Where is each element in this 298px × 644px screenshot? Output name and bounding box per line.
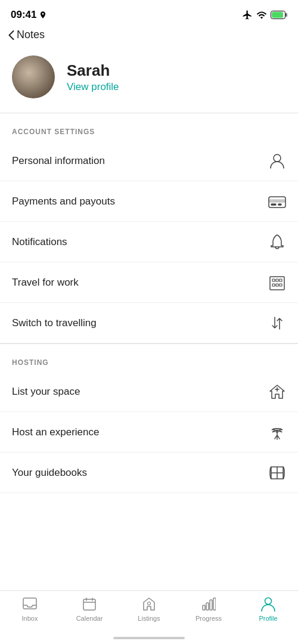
nav-item-calendar[interactable]: Calendar [60,596,119,622]
svg-point-29 [265,598,272,605]
home-indicator [113,637,185,639]
bottom-nav: Inbox Calendar Listings [0,590,298,644]
svg-rect-12 [272,284,275,286]
menu-item-notifications[interactable]: Notifications [0,222,298,262]
menu-item-guidebooks[interactable]: Your guidebooks [0,453,298,493]
personal-information-label: Personal information [12,155,105,167]
nav-item-listings[interactable]: Listings [119,596,179,622]
wifi-icon [256,11,267,19]
status-bar: 09:41 [0,0,298,26]
status-icons [242,10,287,20]
travel-for-work-label: Travel for work [12,277,79,289]
svg-point-3 [274,154,281,162]
profile-info: Sarah View profile [67,61,119,93]
person-icon [268,152,286,170]
back-nav[interactable]: Notes [0,26,298,46]
profile-nav-icon [260,596,277,612]
payments-label: Payments and payouts [12,196,115,208]
status-time: 09:41 [11,9,47,21]
avatar [12,55,55,98]
nav-item-inbox[interactable]: Inbox [0,596,60,622]
airplane-icon [242,10,253,20]
host-experience-label: Host an experience [12,426,99,438]
inbox-icon [21,596,38,612]
switch-to-travelling-label: Switch to travelling [12,317,97,329]
svg-rect-11 [280,279,282,281]
battery-icon [271,11,287,19]
svg-rect-27 [210,600,212,610]
nav-item-progress[interactable]: Progress [179,596,238,622]
list-your-space-label: List your space [12,386,80,398]
progress-icon [200,596,217,612]
building-icon [268,274,286,292]
menu-item-host-experience[interactable]: Host an experience [0,412,298,453]
profile-nav-label: Profile [259,615,277,622]
palm-tree-icon [268,423,286,441]
svg-rect-5 [269,200,285,202]
svg-rect-2 [272,12,283,18]
svg-rect-25 [203,605,205,610]
bell-icon [268,233,286,251]
menu-item-payments[interactable]: Payments and payouts [0,181,298,222]
inbox-nav-label: Inbox [22,615,38,622]
back-icon [8,30,14,40]
hosting-section-label: HOSTING [0,344,298,371]
menu-item-personal-information[interactable]: Personal information [0,141,298,181]
payments-icon [268,193,286,210]
view-profile-link[interactable]: View profile [67,81,119,93]
account-settings-section-label: ACCOUNT SETTINGS [0,113,298,141]
nav-item-profile[interactable]: Profile [238,596,298,622]
book-icon [268,464,286,482]
svg-rect-7 [278,204,281,205]
calendar-icon [81,596,98,612]
svg-rect-28 [213,598,216,610]
notifications-label: Notifications [12,236,67,248]
back-label: Notes [17,29,45,41]
house-plus-icon [268,383,286,401]
svg-rect-13 [276,284,278,286]
profile-name: Sarah [67,61,119,80]
guidebooks-label: Your guidebooks [12,467,87,479]
svg-rect-10 [276,279,278,281]
svg-rect-1 [285,13,287,17]
menu-item-travel-for-work[interactable]: Travel for work [0,262,298,303]
svg-rect-26 [206,603,209,610]
location-icon [39,11,47,19]
menu-item-switch-to-travelling[interactable]: Switch to travelling [0,303,298,343]
svg-rect-20 [83,599,95,610]
svg-point-24 [148,602,151,605]
listings-nav-label: Listings [138,615,160,622]
profile-header: Sarah View profile [0,46,298,113]
svg-rect-6 [271,204,276,205]
menu-item-list-your-space[interactable]: List your space [0,371,298,412]
svg-rect-8 [270,277,284,290]
svg-rect-14 [280,284,282,286]
svg-rect-9 [272,279,275,281]
progress-nav-label: Progress [195,615,222,622]
listings-icon [141,596,157,612]
calendar-nav-label: Calendar [76,615,103,622]
swap-icon [268,314,286,332]
